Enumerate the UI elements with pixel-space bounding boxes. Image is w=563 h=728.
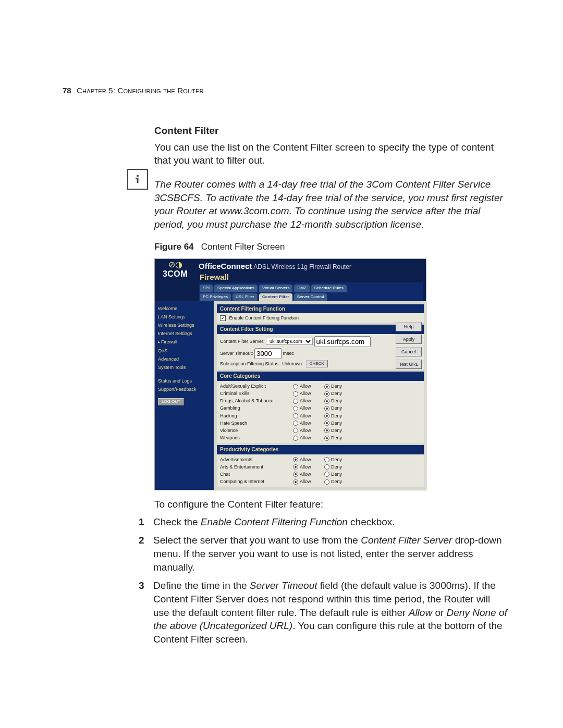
- cancel-button[interactable]: Cancel: [396, 347, 422, 356]
- step-number: 2: [139, 534, 144, 547]
- deny-radio[interactable]: [324, 428, 329, 433]
- nav-status-and-logs[interactable]: Status and Logs: [158, 377, 212, 385]
- svg-point-0: [137, 175, 139, 177]
- allow-radio[interactable]: [293, 406, 298, 411]
- logout-button[interactable]: LOG OUT: [158, 398, 184, 406]
- category-label: Drugs, Alcohol & Tobacco: [220, 398, 293, 404]
- intro-paragraph: You can use the list on the Content Filt…: [154, 141, 509, 167]
- panel-heading-core: Core Categories: [217, 372, 424, 381]
- nav-wireless-settings[interactable]: Wireless Settings: [158, 321, 212, 329]
- category-label: Computing & Internet: [220, 478, 293, 485]
- step-item: 2Select the server that you want to use …: [144, 534, 509, 574]
- category-row: AdvertisementsAllowDeny: [220, 456, 421, 463]
- brand-logo: ⊘◑ 3COM: [155, 259, 195, 301]
- category-label: Gambling: [220, 405, 293, 411]
- deny-radio[interactable]: [324, 399, 329, 404]
- category-row: Adult/Sexually ExplicitAllowDeny: [220, 382, 421, 390]
- tab-server-control[interactable]: Server Control: [294, 293, 327, 301]
- step-number: 1: [139, 515, 144, 529]
- deny-radio[interactable]: [324, 464, 329, 470]
- deny-radio[interactable]: [324, 457, 329, 462]
- deny-radio[interactable]: [324, 479, 329, 485]
- allow-radio[interactable]: [293, 428, 298, 433]
- chapter-title: Chapter 5: Configuring the Router: [77, 85, 204, 96]
- tab-schedule-rules[interactable]: Schedule Rules: [311, 285, 347, 292]
- category-row: WeaponsAllowDeny: [220, 434, 421, 441]
- deny-radio[interactable]: [324, 413, 329, 418]
- figure-label: Figure 64: [154, 242, 194, 252]
- allow-radio[interactable]: [293, 399, 298, 404]
- allow-radio[interactable]: [293, 464, 298, 470]
- category-row: Computing & InternetAllowDeny: [220, 478, 421, 485]
- tab-special-applications[interactable]: Special Applications: [214, 285, 258, 292]
- content-filter-screenshot: ⊘◑ 3COM OfficeConnect ADSL Wireless 11g …: [154, 258, 426, 490]
- deny-radio[interactable]: [324, 472, 329, 477]
- figure-caption-text: Content Filter Screen: [201, 242, 285, 252]
- check-button[interactable]: CHECK: [306, 360, 328, 368]
- nav-system-tools[interactable]: System Tools: [158, 363, 212, 372]
- nav-support-feedback[interactable]: Support/Feedback: [158, 385, 212, 393]
- brand-text: 3COM: [155, 268, 195, 280]
- tab-dmz[interactable]: DMZ: [294, 285, 309, 292]
- tab-content-filter[interactable]: Content Filter: [259, 293, 292, 301]
- info-icon: [127, 169, 148, 190]
- figure-caption: Figure 64 Content Filter Screen: [154, 241, 509, 253]
- category-row: Criminal SkillsAllowDeny: [220, 390, 421, 397]
- tab-virtual-servers[interactable]: Virtual Servers: [259, 285, 292, 292]
- category-label: Advertisements: [220, 456, 293, 463]
- steps-list: 1Check the Enable Content Filtering Func…: [154, 515, 509, 646]
- server-label: Content Filter Server:: [220, 338, 265, 344]
- deny-radio[interactable]: [324, 436, 329, 441]
- nav-firewall[interactable]: Firewall: [158, 338, 212, 347]
- test-url-button[interactable]: Test URL: [396, 360, 422, 369]
- deny-radio[interactable]: [324, 406, 329, 411]
- product-name: OfficeConnect: [199, 262, 252, 270]
- category-row: Arts & EntertainmentAllowDeny: [220, 463, 421, 471]
- step-item: 3Define the time in the Server Timeout f…: [144, 579, 509, 646]
- category-label: Hate Speech: [220, 420, 293, 426]
- nav-advanced[interactable]: Advanced: [158, 355, 212, 363]
- tab-pc-privileges[interactable]: PC Privileges: [200, 293, 231, 301]
- category-label: Adult/Sexually Explicit: [220, 383, 293, 389]
- panel-heading-filter-setting: Content Filter Setting: [217, 325, 424, 334]
- deny-radio[interactable]: [324, 384, 329, 389]
- category-row: GamblingAllowDeny: [220, 404, 421, 412]
- logo-glyph: ⊘◑: [155, 261, 195, 268]
- tab-spi[interactable]: SPI: [200, 285, 213, 292]
- allow-radio[interactable]: [293, 413, 298, 418]
- deny-radio[interactable]: [324, 391, 329, 397]
- deny-radio[interactable]: [324, 421, 329, 426]
- nav-lan-settings[interactable]: LAN Settings: [158, 313, 212, 321]
- panel-heading-productivity: Productivity Categories: [217, 445, 424, 454]
- category-row: Hate SpeechAllowDeny: [220, 419, 421, 427]
- category-label: Weapons: [220, 435, 293, 441]
- allow-radio[interactable]: [293, 384, 298, 389]
- allow-radio[interactable]: [293, 479, 298, 485]
- product-title: OfficeConnect ADSL Wireless 11g Firewall…: [199, 261, 423, 272]
- enable-filtering-checkbox[interactable]: [220, 315, 226, 321]
- server-select[interactable]: ukl.surfcps.com: [266, 338, 313, 345]
- status-label: Subscription Filtering Status:: [220, 361, 280, 367]
- timeout-unit: msec: [283, 350, 295, 356]
- category-label: Hacking: [220, 413, 293, 419]
- enable-filtering-label: Enable Content Filtering Function: [229, 315, 299, 320]
- nav-internet-settings[interactable]: Internet Settings: [158, 329, 212, 338]
- allow-radio[interactable]: [293, 436, 298, 441]
- timeout-label: Server Timeout:: [220, 350, 253, 356]
- tab-url-filter[interactable]: URL Filter: [232, 293, 258, 301]
- nav-welcome[interactable]: Welcome: [158, 304, 212, 313]
- help-button[interactable]: Help: [396, 322, 422, 331]
- allow-radio[interactable]: [293, 421, 298, 426]
- category-label: Criminal Skills: [220, 390, 293, 397]
- section-firewall-title: Firewall: [199, 272, 423, 282]
- apply-button[interactable]: Apply: [396, 335, 422, 344]
- tab-bar: SPISpecial ApplicationsVirtual ServersDM…: [199, 282, 423, 301]
- allow-radio[interactable]: [293, 472, 298, 477]
- server-text-input[interactable]: [314, 336, 371, 347]
- category-row: Drugs, Alcohol & TobaccoAllowDeny: [220, 397, 421, 404]
- nav-qos[interactable]: QoS: [158, 347, 212, 355]
- allow-radio[interactable]: [293, 457, 298, 462]
- allow-radio[interactable]: [293, 391, 298, 397]
- panel-heading-filtering-function: Content Filtering Function: [217, 304, 424, 314]
- timeout-input[interactable]: [254, 348, 282, 359]
